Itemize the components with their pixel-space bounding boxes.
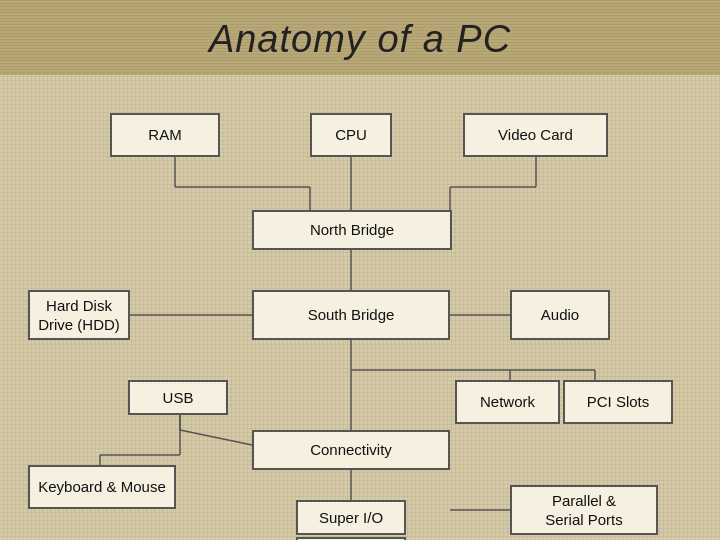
usb-box: USB (128, 380, 228, 415)
ram-box: RAM (110, 113, 220, 157)
south-bridge-box: South Bridge (252, 290, 450, 340)
diagram: RAM CPU Video Card North Bridge Hard Dis… (0, 75, 720, 530)
connectivity-box: Connectivity (252, 430, 450, 470)
pci-slots-box: PCI Slots (563, 380, 673, 424)
audio-box: Audio (510, 290, 610, 340)
cpu-box: CPU (310, 113, 392, 157)
parallel-serial-box: Parallel & Serial Ports (510, 485, 658, 535)
svg-line-16 (180, 430, 252, 445)
super-io-box: Super I/O (296, 500, 406, 535)
hard-disk-box: Hard Disk Drive (HDD) (28, 290, 130, 340)
network-box: Network (455, 380, 560, 424)
title-bar: Anatomy of a PC (0, 0, 720, 75)
video-card-box: Video Card (463, 113, 608, 157)
page-title: Anatomy of a PC (209, 18, 511, 60)
north-bridge-box: North Bridge (252, 210, 452, 250)
keyboard-mouse-box: Keyboard & Mouse (28, 465, 176, 509)
